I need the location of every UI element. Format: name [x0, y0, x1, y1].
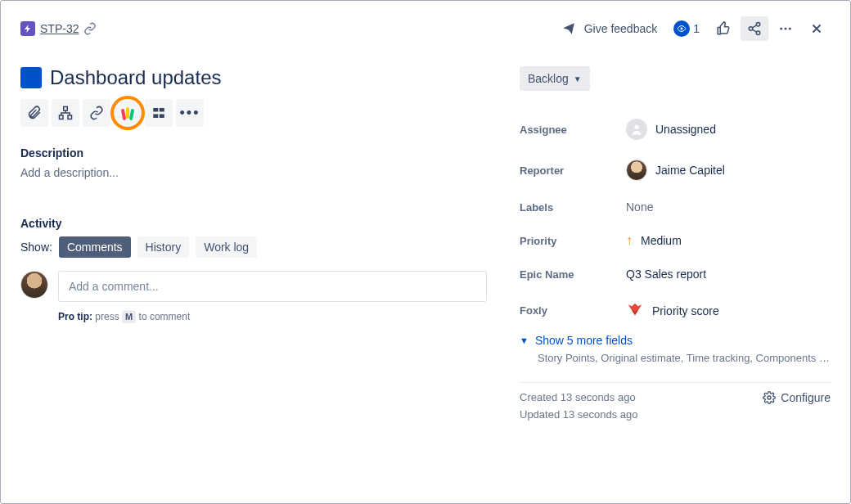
field-labels[interactable]: Labels None	[520, 191, 831, 223]
tab-worklog[interactable]: Work log	[196, 236, 257, 258]
breadcrumb: STP-32	[20, 21, 97, 36]
monday-addon-button[interactable]	[114, 99, 142, 127]
issue-key-link[interactable]: STP-32	[40, 22, 79, 35]
protip: Pro tip: press M to comment	[58, 310, 487, 323]
epic-color-swatch[interactable]	[20, 67, 42, 88]
updated-text: Updated 13 seconds ago	[520, 408, 638, 421]
watch-count: 1	[693, 22, 700, 35]
show-more-fields-button[interactable]: ▼ Show 5 more fields	[520, 334, 831, 347]
unassigned-avatar-icon	[626, 119, 647, 140]
reporter-avatar	[626, 160, 647, 181]
fox-icon	[626, 300, 644, 321]
svg-point-3	[756, 31, 760, 35]
field-priority[interactable]: Priority ↑ Medium	[520, 223, 831, 258]
svg-rect-8	[60, 115, 64, 119]
svg-rect-13	[160, 115, 164, 119]
svg-point-1	[756, 23, 760, 27]
ellipsis-icon: •••	[180, 105, 200, 122]
svg-point-14	[634, 125, 638, 129]
created-text: Created 13 seconds ago	[520, 391, 638, 403]
svg-point-4	[780, 28, 782, 30]
comment-input[interactable]: Add a comment...	[58, 271, 487, 302]
field-reporter[interactable]: Reporter Jaime Capitel	[520, 150, 831, 191]
share-button[interactable]	[741, 16, 768, 41]
vote-button[interactable]	[709, 16, 737, 41]
chevron-down-icon: ▼	[520, 335, 529, 345]
tab-comments[interactable]: Comments	[59, 236, 131, 258]
issue-title[interactable]: Dashboard updates	[50, 66, 221, 89]
chevron-down-icon: ▼	[574, 74, 582, 83]
description-label: Description	[20, 146, 487, 160]
close-button[interactable]	[803, 16, 831, 41]
svg-rect-12	[153, 115, 158, 119]
separator	[520, 382, 831, 383]
tab-history[interactable]: History	[137, 236, 190, 258]
priority-medium-icon: ↑	[626, 233, 633, 248]
description-field[interactable]: Add a description...	[20, 166, 487, 179]
watch-button[interactable]: 1	[667, 16, 706, 42]
field-foxly[interactable]: Foxly Priority score	[520, 290, 831, 331]
copy-link-icon[interactable]	[83, 22, 97, 35]
show-more-fields-desc: Story Points, Original estimate, Time tr…	[538, 352, 831, 364]
addon-button[interactable]	[145, 99, 173, 127]
svg-point-0	[681, 28, 683, 30]
svg-rect-7	[64, 107, 68, 111]
status-label: Backlog	[528, 72, 569, 85]
watch-eye-icon	[673, 20, 690, 37]
attach-button[interactable]	[20, 99, 48, 127]
activity-show-label: Show:	[20, 241, 52, 254]
give-feedback-button[interactable]: Give feedback	[555, 16, 664, 41]
svg-rect-9	[68, 115, 72, 119]
svg-point-2	[749, 27, 753, 31]
configure-button[interactable]: Configure	[763, 391, 831, 404]
svg-rect-11	[160, 108, 164, 112]
field-assignee[interactable]: Assignee Unassigned	[520, 109, 831, 150]
toolbar-more-button[interactable]: •••	[176, 99, 204, 127]
more-actions-button[interactable]	[772, 16, 799, 41]
add-child-issue-button[interactable]	[52, 99, 79, 127]
svg-rect-10	[153, 108, 158, 112]
field-epic-name[interactable]: Epic Name Q3 Sales report	[520, 258, 831, 290]
epic-issuetype-icon	[20, 21, 35, 36]
current-user-avatar	[20, 271, 48, 299]
link-issue-button[interactable]	[83, 99, 110, 127]
status-dropdown[interactable]: Backlog ▼	[520, 66, 590, 91]
monday-logo-icon	[122, 107, 133, 119]
svg-point-6	[789, 28, 791, 30]
activity-heading: Activity	[20, 217, 487, 230]
svg-point-15	[768, 396, 771, 399]
svg-point-5	[785, 28, 787, 30]
give-feedback-label: Give feedback	[584, 22, 658, 35]
